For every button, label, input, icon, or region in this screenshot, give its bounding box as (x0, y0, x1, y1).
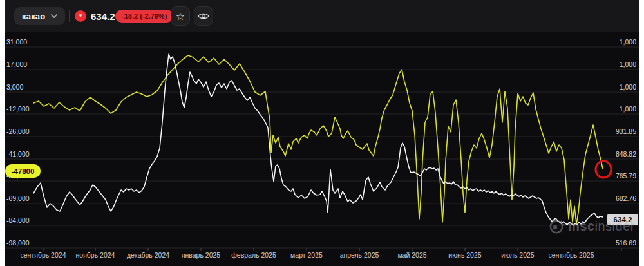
screenshot-stage: какао ▼ 634.2 -18.2 (-2.79%) ☆ 31,00017,… (0, 0, 644, 266)
right-axis-label: 516.69 (616, 239, 636, 247)
left-axis-label: -41,000 (6, 150, 30, 158)
x-axis-label: июль 2025 (501, 251, 535, 259)
right-axis-label: 1,000 (620, 38, 636, 46)
left-axis-label: 31,000 (6, 38, 27, 46)
left-axis-label: -84,000 (6, 216, 30, 224)
right-axis-label: 1,000 (620, 61, 636, 68)
x-axis-label: февраль 2025 (231, 251, 276, 259)
x-axis-label: сентябрь 2024 (21, 251, 66, 259)
x-axis-label: декабрь 2024 (127, 251, 169, 259)
left-current-value-text: -47800 (12, 167, 35, 175)
left-axis-label: 17,000 (6, 61, 27, 68)
x-axis-label: июнь 2025 (448, 251, 481, 259)
x-axis-label: май 2025 (397, 251, 426, 259)
x-axis-label: сентябрь 2025 (549, 251, 594, 259)
left-axis-label: 3,000 (6, 83, 23, 91)
series-yellow-series (33, 55, 603, 224)
left-axis-label: -26,000 (6, 128, 30, 135)
x-axis-label: январь 2025 (182, 251, 221, 259)
right-axis-label: 682.76 (616, 195, 636, 202)
annotation-circle (596, 161, 611, 178)
right-axis-label: 931.85 (616, 128, 636, 135)
right-axis-label: 1,000 (620, 83, 636, 91)
x-axis-label: ноябрь 2024 (76, 251, 115, 259)
right-axis-label: 848.82 (616, 150, 636, 158)
right-current-value-text: 634.2 (614, 216, 632, 223)
series-white-series (33, 54, 603, 225)
left-axis-label: -12,000 (6, 105, 30, 113)
x-axis-label: март 2025 (290, 251, 323, 259)
left-axis-label: -69,000 (6, 195, 30, 202)
price-chart[interactable]: 31,00017,0003,000-12,000-26,000-41,000-5… (0, 0, 644, 266)
x-axis-label: апрель 2025 (340, 251, 379, 259)
right-axis-label: 1,000 (620, 105, 636, 113)
right-axis-label: 765.79 (616, 172, 636, 180)
left-axis-label: -98,000 (6, 239, 30, 247)
